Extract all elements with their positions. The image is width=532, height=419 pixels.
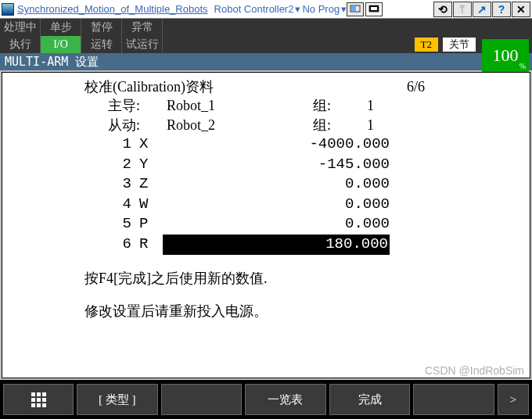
project-title: Synchronized_Motion_of_Multiple_Robots — [17, 3, 208, 15]
coord-row[interactable]: 1X-4000.000 — [18, 134, 514, 155]
type-button[interactable]: [ 类型 ] — [77, 384, 158, 415]
coord-row[interactable]: 2Y-145.000 — [18, 155, 514, 175]
program-dropdown[interactable]: No Prog▾ — [302, 3, 347, 15]
main-content: 校准(Calibration)资料 6/6 主导: Robot_1 组: 1 从… — [2, 72, 530, 378]
coord-index: 4 — [18, 195, 139, 215]
coord-value[interactable]: -4000.000 — [163, 134, 390, 155]
mode-badge: T2 — [415, 38, 438, 52]
coord-index: 1 — [18, 134, 139, 155]
slave-group: 1 — [331, 116, 374, 134]
controller-dropdown[interactable]: Robot Controller2▾ — [214, 3, 301, 15]
status-fault: 异常 — [122, 19, 163, 36]
group-label: 组: — [268, 116, 331, 134]
menu-button[interactable] — [3, 384, 74, 415]
title-bar: Synchronized_Motion_of_Multiple_Robots R… — [0, 0, 532, 19]
status-io: I/O — [41, 36, 81, 53]
top-button[interactable]: ⤒ — [453, 2, 472, 17]
coord-index: 3 — [18, 174, 139, 195]
status-run: 执行 — [0, 36, 41, 53]
coord-badge[interactable]: 关节 — [443, 38, 476, 52]
top-icon: ⤒ — [458, 3, 467, 16]
watermark: CSDN @IndRobSim — [425, 364, 524, 377]
svg-rect-1 — [351, 6, 356, 11]
status-area: 处理中 单步 暂停 异常 执行 I/O 运转 试运行 T2 关节 100 % — [0, 19, 532, 53]
coord-index: 2 — [18, 155, 139, 175]
coord-axis: W — [139, 195, 163, 215]
svg-rect-3 — [371, 7, 377, 10]
screen-title-bar: MULTI-ARM 设置 🔍 — [0, 53, 532, 70]
coord-row[interactable]: 3Z0.000 — [18, 174, 514, 195]
coord-value[interactable]: 180.000 — [163, 235, 390, 255]
slave-name: Robot_2 — [167, 116, 268, 134]
coord-value[interactable]: 0.000 — [163, 195, 390, 215]
coord-row[interactable]: 4W0.000 — [18, 195, 514, 215]
coord-axis: X — [139, 134, 163, 155]
softkey-bar: [ 类型 ] 一览表 完成 > — [0, 380, 532, 419]
coord-row[interactable]: 5P0.000 — [18, 214, 514, 235]
status-processing: 处理中 — [0, 19, 41, 36]
close-button[interactable]: ✕ — [512, 2, 530, 17]
status-step: 单步 — [41, 19, 81, 36]
master-group: 1 — [331, 96, 374, 115]
group-label: 组: — [268, 96, 331, 115]
status-test: 试运行 — [122, 36, 163, 53]
coord-value[interactable]: 0.000 — [163, 214, 390, 235]
f2-button[interactable] — [161, 384, 243, 415]
device-button-2[interactable] — [365, 2, 383, 16]
speed-indicator[interactable]: 100 % — [482, 39, 529, 72]
grid-icon — [31, 392, 46, 407]
coord-axis: Z — [139, 174, 163, 195]
chevron-down-icon: ▾ — [295, 3, 300, 15]
instruction-1: 按F4[完成]之后使用新的数值. — [18, 269, 514, 288]
app-icon — [2, 3, 14, 16]
status-oper: 运转 — [81, 36, 122, 53]
instruction-2: 修改设置后请重新投入电源。 — [18, 302, 514, 321]
calibration-title: 校准(Calibration)资料 — [18, 77, 268, 96]
coord-axis: R — [139, 235, 163, 255]
status-pause: 暂停 — [81, 19, 122, 36]
coord-value[interactable]: 0.000 — [163, 174, 390, 195]
page-counter: 6/6 — [268, 77, 425, 96]
slave-label: 从动: — [18, 116, 167, 134]
external-button[interactable]: ↗ — [473, 2, 491, 17]
help-button[interactable]: ? — [492, 2, 511, 17]
coord-axis: P — [139, 214, 163, 235]
device-button-1[interactable] — [347, 2, 364, 16]
coord-index: 6 — [18, 235, 139, 255]
coord-row[interactable]: 6R180.000 — [18, 235, 514, 255]
reload-button[interactable]: ⟲ — [433, 2, 452, 17]
f5-button[interactable] — [413, 384, 494, 415]
reload-icon: ⟲ — [438, 3, 448, 16]
master-name: Robot_1 — [167, 96, 268, 115]
list-button[interactable]: 一览表 — [245, 384, 326, 415]
chevron-down-icon: ▾ — [341, 3, 347, 15]
screen-title: MULTI-ARM 设置 — [5, 55, 99, 70]
coord-axis: Y — [139, 155, 163, 175]
external-icon: ↗ — [477, 3, 487, 16]
coord-value[interactable]: -145.000 — [163, 155, 390, 175]
done-button[interactable]: 完成 — [329, 384, 411, 415]
next-button[interactable]: > — [498, 384, 529, 415]
master-label: 主导: — [18, 96, 167, 115]
coord-index: 5 — [18, 214, 139, 235]
